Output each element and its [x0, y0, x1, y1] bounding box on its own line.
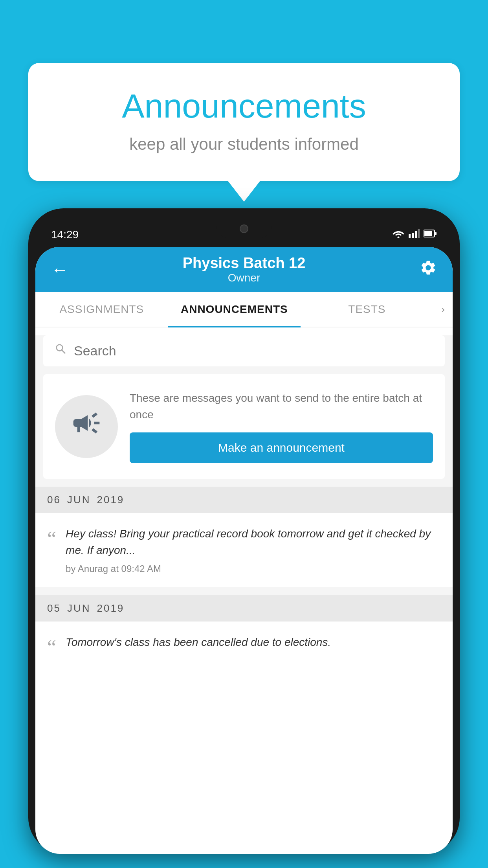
date-separator-1: 06 JUN 2019 [35, 487, 453, 513]
svg-rect-1 [409, 234, 411, 238]
phone-device: 14:29 [28, 208, 460, 868]
date-year-2: 2019 [97, 602, 124, 614]
status-icons [392, 229, 437, 241]
megaphone-circle [55, 395, 118, 458]
battery-icon [424, 229, 437, 240]
search-input[interactable] [74, 343, 434, 359]
announcement-right: These are messages you want to send to t… [130, 390, 433, 463]
speech-bubble: Announcements keep all your students inf… [28, 63, 460, 181]
app-bar: ← Physics Batch 12 Owner [35, 247, 453, 292]
tab-more[interactable]: › [433, 292, 453, 327]
app-bar-subtitle: Owner [183, 272, 306, 284]
speech-bubble-title: Announcements [60, 86, 428, 125]
svg-rect-4 [418, 229, 420, 238]
phone-screen: ← Physics Batch 12 Owner ASSIGNMENTS ANN… [35, 247, 453, 854]
speech-bubble-section: Announcements keep all your students inf… [28, 63, 460, 202]
svg-point-0 [398, 237, 400, 239]
announcement-message-1: Hey class! Bring your practical record b… [66, 526, 441, 559]
tab-tests[interactable]: TESTS [301, 292, 433, 327]
phone-camera [240, 224, 248, 233]
back-button[interactable]: ← [51, 260, 68, 280]
svg-rect-7 [435, 232, 437, 235]
tab-announcements[interactable]: ANNOUNCEMENTS [168, 292, 301, 327]
phone-notch [216, 219, 272, 238]
date-day-1: 06 [47, 494, 61, 506]
phone-frame: 14:29 [28, 208, 460, 853]
announcement-item-2[interactable]: “ Tomorrow's class has been cancelled du… [35, 622, 453, 670]
search-bar[interactable] [43, 335, 445, 366]
announcement-message-2: Tomorrow's class has been cancelled due … [66, 634, 441, 651]
tab-assignments[interactable]: ASSIGNMENTS [35, 292, 168, 327]
tabs-bar: ASSIGNMENTS ANNOUNCEMENTS TESTS › [35, 292, 453, 327]
svg-rect-3 [415, 231, 417, 238]
wifi-icon [392, 229, 405, 241]
speech-bubble-subtitle: keep all your students informed [60, 135, 428, 154]
speech-bubble-tail [227, 180, 261, 202]
signal-icon [409, 229, 420, 241]
make-announcement-button[interactable]: Make an announcement [130, 432, 433, 463]
announcement-text-2: Tomorrow's class has been cancelled due … [66, 634, 441, 655]
app-bar-title: Physics Batch 12 [183, 255, 306, 272]
svg-rect-2 [412, 233, 414, 238]
announcement-text-1: Hey class! Bring your practical record b… [66, 526, 441, 574]
content-area: These are messages you want to send to t… [35, 335, 453, 670]
announcement-prompt: These are messages you want to send to t… [43, 374, 445, 479]
announcement-description: These are messages you want to send to t… [130, 390, 433, 423]
svg-rect-6 [424, 231, 432, 236]
quote-icon-1: “ [47, 529, 56, 549]
date-month-1: JUN [67, 494, 91, 506]
quote-icon-2: “ [47, 637, 56, 658]
settings-button[interactable] [420, 259, 437, 280]
status-time: 14:29 [51, 228, 79, 241]
date-separator-2: 05 JUN 2019 [35, 595, 453, 622]
status-bar: 14:29 [35, 219, 453, 247]
app-bar-center: Physics Batch 12 Owner [183, 255, 306, 284]
search-icon [54, 342, 68, 359]
date-month-2: JUN [67, 602, 91, 614]
announcement-item-1[interactable]: “ Hey class! Bring your practical record… [35, 513, 453, 587]
date-day-2: 05 [47, 602, 61, 614]
date-year-1: 2019 [97, 494, 124, 506]
megaphone-icon [71, 407, 102, 446]
announcement-meta-1: by Anurag at 09:42 AM [66, 563, 441, 574]
